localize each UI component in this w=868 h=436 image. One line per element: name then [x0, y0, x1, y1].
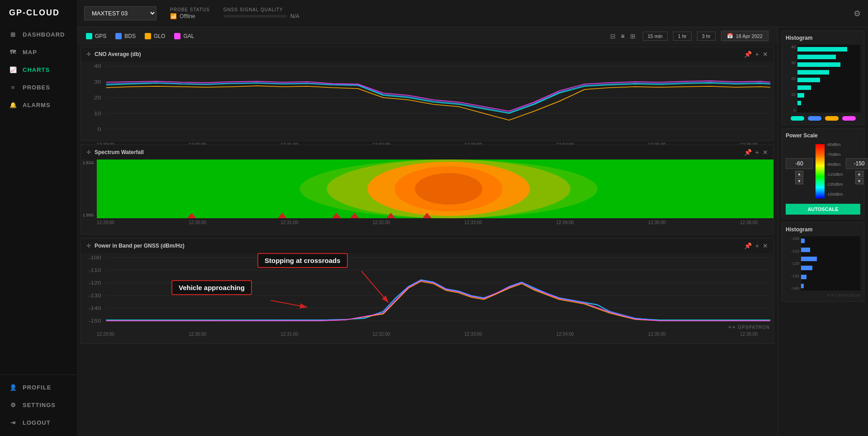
- svg-text:10: 10: [94, 111, 101, 117]
- histogram2-panel: Histogram -100 -110 -120 -130 -140: [782, 222, 864, 302]
- power-top-down-button[interactable]: ▼: [795, 178, 803, 184]
- hist-dot-gal: [842, 116, 856, 121]
- gal-color: [174, 33, 180, 39]
- power-scale-bottom-input[interactable]: -150: [846, 158, 868, 169]
- sidebar-bottom: 👤 PROFILE ⚙ SETTINGS ⇥ LOGOUT: [0, 379, 77, 436]
- close-icon[interactable]: ✕: [763, 51, 768, 58]
- probes-icon: ≡: [9, 84, 17, 91]
- expand-icon3[interactable]: +: [755, 242, 759, 249]
- date-picker-button[interactable]: 📅 18 Apr 2022: [721, 31, 768, 41]
- svg-text:-110: -110: [89, 268, 101, 273]
- sidebar-item-profile[interactable]: 👤 PROFILE: [0, 379, 77, 396]
- gear-icon[interactable]: ⚙: [854, 9, 861, 18]
- svg-rect-46: [797, 101, 801, 105]
- pin-icon2[interactable]: 📌: [744, 149, 752, 156]
- power-band-chart-body: -100 -110 -120 -130 -140 -150: [81, 253, 773, 343]
- alarms-icon: 🔔: [9, 102, 17, 108]
- sidebar-item-settings[interactable]: ⚙ SETTINGS: [0, 396, 77, 414]
- sidebar-item-probes[interactable]: ≡ PROBES: [0, 79, 77, 96]
- histogram1-svg: [797, 45, 860, 113]
- power-band-chart-panel: ✛ Power in Band per GNSS (dBm/Hz) 📌 + ✕: [81, 238, 774, 344]
- date-value: 18 Apr 2022: [736, 33, 763, 39]
- power-bottom-up-button[interactable]: ▲: [855, 171, 863, 177]
- cno-chart-title: CNO Average (db): [95, 51, 740, 57]
- time-15min-button[interactable]: 15 min: [643, 32, 668, 41]
- nav: ⊞ DASHBOARD 🗺 MAP 📈 CHARTS ≡ PROBES 🔔 AL…: [0, 26, 77, 371]
- sidebar-item-label: PROFILE: [23, 384, 51, 391]
- power-top-up-button[interactable]: ▲: [795, 171, 803, 177]
- hist-dot-gps: [791, 116, 804, 121]
- svg-rect-39: [797, 47, 847, 52]
- power-scale-title: Power Scale: [786, 132, 860, 139]
- gnss-status: GNSS SIGNAL QUALITY N/A: [223, 7, 299, 19]
- pin-icon[interactable]: 📌: [744, 51, 752, 58]
- sidebar-item-map[interactable]: 🗺 MAP: [0, 43, 77, 61]
- histogram1-legend: [786, 116, 860, 121]
- power-bottom-down-button[interactable]: ▼: [855, 178, 863, 184]
- power-top-stepper: ▲ ▼: [795, 171, 803, 184]
- waterfall-x-labels: 12:29:00 12:30:00 12:31:00 12:32:00 12:3…: [81, 218, 773, 227]
- power-scale-panel: Power Scale -60 ▲ ▼ -60dBm -75dBm: [782, 128, 864, 219]
- svg-rect-52: [801, 284, 804, 288]
- charts-main: ◀ GPS BDS GLO: [77, 27, 778, 436]
- table-view-icon[interactable]: ≡: [619, 32, 626, 41]
- expand-icon[interactable]: +: [755, 51, 759, 58]
- power-scale-labels: -60dBm -75dBm -95dBm -115dBm -135dBm -15…: [826, 142, 843, 197]
- sidebar-item-charts[interactable]: 📈 CHARTS: [0, 61, 77, 79]
- expand-icon2[interactable]: +: [755, 149, 759, 156]
- time-3hr-button[interactable]: 3 hr: [697, 32, 716, 41]
- sidebar-item-label: ALARMS: [23, 102, 51, 108]
- profile-icon: 👤: [9, 384, 17, 391]
- pin-icon3[interactable]: 📌: [744, 242, 752, 249]
- grid-view-icon[interactable]: ⊞: [628, 32, 637, 41]
- charts-area: ◀ GPS BDS GLO: [77, 27, 868, 436]
- close-icon2[interactable]: ✕: [763, 149, 768, 156]
- charts-icon: 📈: [9, 66, 17, 73]
- power-band-chart-header: ✛ Power in Band per GNSS (dBm/Hz) 📌 + ✕: [81, 239, 773, 253]
- svg-text:-120: -120: [89, 281, 101, 286]
- svg-rect-48: [801, 248, 810, 252]
- sidebar-item-label: DASHBOARD: [23, 31, 65, 38]
- view-icons: ⊟ ≡ ⊞: [608, 32, 637, 41]
- legend-bar: GPS BDS GLO GAL: [77, 27, 778, 45]
- bds-label: BDS: [124, 33, 136, 39]
- power-scale-top-input[interactable]: -60: [786, 158, 813, 169]
- sidebar-item-label: MAP: [23, 49, 37, 56]
- plus-icon3: ✛: [86, 243, 91, 249]
- plus-icon: ✛: [86, 51, 91, 57]
- topbar: MAXTEST 03 PROBE STATUS 📶 Offline GNSS S…: [77, 0, 868, 27]
- close-icon3[interactable]: ✕: [763, 242, 768, 249]
- logout-icon: ⇥: [9, 419, 17, 426]
- svg-rect-41: [797, 62, 840, 67]
- probe-selector[interactable]: MAXTEST 03: [84, 6, 157, 20]
- svg-text:20: 20: [94, 95, 101, 101]
- cno-chart-header: ✛ CNO Average (db) 📌 + ✕: [81, 47, 773, 61]
- plus-icon2: ✛: [86, 149, 91, 155]
- histogram1-title: Histogram: [786, 35, 860, 41]
- autoscale-button[interactable]: AUTOSCALE: [786, 204, 860, 215]
- glo-color: [145, 33, 151, 39]
- glo-label: GLO: [154, 33, 165, 39]
- waterfall-chart-actions: 📌 + ✕: [744, 149, 768, 156]
- sidebar-item-logout[interactable]: ⇥ LOGOUT: [0, 414, 77, 431]
- settings-icon: ⚙: [9, 402, 17, 408]
- svg-rect-51: [801, 275, 806, 279]
- power-band-x-labels: 12:29:00 12:30:00 12:31:00 12:32:00 12:3…: [81, 330, 773, 338]
- gps-label: GPS: [95, 33, 106, 39]
- dashboard-icon: ⊞: [9, 31, 17, 38]
- sidebar-item-alarms[interactable]: 🔔 ALARMS: [0, 96, 77, 114]
- svg-rect-40: [797, 55, 836, 59]
- svg-text:-140: -140: [89, 306, 101, 311]
- svg-rect-42: [797, 70, 829, 75]
- list-view-icon[interactable]: ⊟: [608, 32, 617, 41]
- time-1hr-button[interactable]: 1 hr: [673, 32, 692, 41]
- app-logo: GP-CLOUD: [0, 0, 77, 26]
- gps-color: [86, 33, 92, 39]
- cno-chart-actions: 📌 + ✕: [744, 51, 768, 58]
- power-gradient-bar: [816, 144, 825, 198]
- gnss-bar-container: [223, 15, 287, 18]
- svg-rect-47: [801, 239, 805, 243]
- svg-text:-100: -100: [89, 255, 101, 261]
- sidebar-item-dashboard[interactable]: ⊞ DASHBOARD: [0, 26, 77, 43]
- legend-bds: BDS: [115, 33, 136, 39]
